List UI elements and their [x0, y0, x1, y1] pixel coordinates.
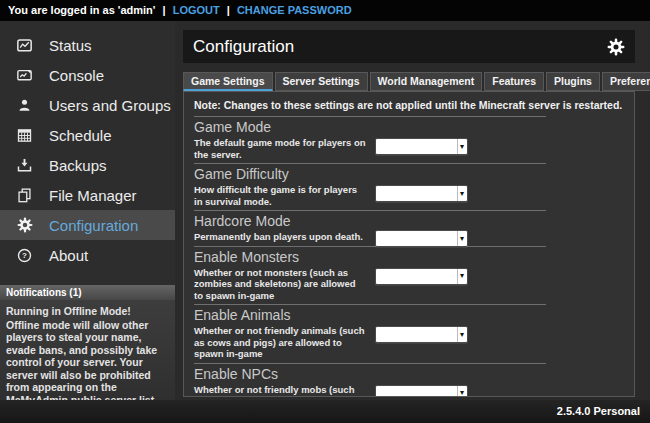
sidebar-item-label: Configuration: [49, 217, 138, 234]
dropdown-arrow-icon: ▾: [457, 186, 467, 201]
tab-server-settings[interactable]: Server Settings: [275, 72, 368, 91]
separator: |: [227, 4, 230, 16]
logout-link[interactable]: LOGOUT: [173, 4, 220, 16]
setting-description: Whether or not monsters (such as zombies…: [194, 267, 366, 302]
tab-world-management[interactable]: World Management: [370, 72, 483, 91]
sidebar-item-label: Schedule: [49, 127, 112, 144]
game-mode-select[interactable]: ▾: [375, 138, 468, 155]
setting-description: Whether or not friendly animals (such as…: [194, 325, 366, 360]
sidebar-menu: Status Console Users and Groups Schedule: [0, 30, 175, 270]
notification-title: Running in Offline Mode!: [6, 305, 169, 318]
enable-monsters-select[interactable]: ▾: [375, 268, 468, 285]
tab-game-settings[interactable]: Game Settings: [183, 72, 273, 91]
logged-in-text: You are logged in as 'admin': [8, 4, 155, 16]
setting-row-enable-monsters: Enable Monsters Whether or not monsters …: [194, 247, 624, 305]
tab-features[interactable]: Features: [484, 72, 544, 91]
enable-npcs-select[interactable]: ▾: [375, 385, 468, 398]
setting-title: Enable NPCs: [194, 366, 624, 382]
setting-row-game-difficulty: Game Difficulty How difficult the game i…: [194, 164, 624, 210]
sidebar-item-label: Backups: [49, 157, 107, 174]
page-header: Configuration: [183, 30, 635, 63]
download-tray-icon: [15, 157, 34, 174]
setting-title: Enable Monsters: [194, 249, 624, 265]
setting-description: Permanently ban players upon death.: [194, 231, 366, 243]
console-icon: [15, 67, 34, 84]
status-chart-icon: [15, 37, 34, 54]
notifications-header: Notifications (1): [0, 285, 175, 300]
main-area: Configuration Game Settings Server Setti…: [175, 21, 650, 400]
setting-title: Game Mode: [194, 119, 624, 135]
enable-animals-select[interactable]: ▾: [375, 326, 468, 343]
sidebar-item-label: Status: [49, 37, 92, 54]
dropdown-arrow-icon: ▾: [457, 269, 467, 284]
separator: |: [163, 4, 166, 16]
setting-title: Enable Animals: [194, 307, 624, 323]
dropdown-arrow-icon: ▾: [457, 231, 467, 246]
sidebar-item-configuration[interactable]: Configuration: [0, 210, 175, 240]
calendar-grid-icon: [15, 127, 34, 144]
svg-text:?: ?: [22, 251, 27, 260]
page-title: Configuration: [193, 37, 607, 57]
dropdown-arrow-icon: ▾: [457, 139, 467, 154]
tab-bar: Game Settings Server Settings World Mana…: [183, 72, 650, 91]
user-icon: [15, 97, 34, 114]
sidebar: Status Console Users and Groups Schedule: [0, 21, 175, 400]
setting-title: Hardcore Mode: [194, 213, 624, 229]
tab-plugins[interactable]: Plugins: [546, 72, 600, 91]
footer: 2.5.4.0 Personal: [0, 400, 650, 423]
game-difficulty-select[interactable]: ▾: [375, 185, 468, 202]
sidebar-item-console[interactable]: Console: [0, 60, 175, 90]
documents-icon: [15, 187, 34, 204]
top-bar: You are logged in as 'admin' | LOGOUT | …: [0, 0, 650, 21]
sidebar-item-backups[interactable]: Backups: [0, 150, 175, 180]
restart-note: Note: Changes to these settings are not …: [194, 96, 624, 116]
question-circle-icon: ?: [15, 247, 34, 264]
gear-icon: [607, 38, 625, 56]
setting-row-game-mode: Game Mode The default game mode for play…: [194, 117, 624, 163]
sidebar-item-status[interactable]: Status: [0, 30, 175, 60]
setting-row-hardcore-mode: Hardcore Mode Permanently ban players up…: [194, 211, 624, 246]
notifications-panel: Running in Offline Mode! Offline mode wi…: [0, 300, 175, 400]
setting-description: How difficult the game is for players in…: [194, 184, 366, 207]
setting-row-enable-npcs: Enable NPCs Whether or not friendly mobs…: [194, 364, 624, 398]
sidebar-item-schedule[interactable]: Schedule: [0, 120, 175, 150]
dropdown-arrow-icon: ▾: [457, 327, 467, 342]
sidebar-item-label: File Manager: [49, 187, 137, 204]
gear-icon: [15, 217, 34, 234]
setting-row-enable-animals: Enable Animals Whether or not friendly a…: [194, 305, 624, 363]
dropdown-arrow-icon: ▾: [457, 386, 467, 398]
setting-description: Whether or not friendly mobs (such as vi…: [194, 384, 366, 398]
setting-title: Game Difficulty: [194, 166, 624, 182]
settings-panel: Note: Changes to these settings are not …: [183, 91, 635, 397]
sidebar-item-about[interactable]: ? About: [0, 240, 175, 270]
change-password-link[interactable]: CHANGE PASSWORD: [237, 4, 352, 16]
setting-description: The default game mode for players on the…: [194, 137, 366, 160]
sidebar-item-label: Users and Groups: [49, 97, 171, 114]
sidebar-item-users-and-groups[interactable]: Users and Groups: [0, 90, 175, 120]
hardcore-mode-select[interactable]: ▾: [375, 230, 468, 247]
version-label: 2.5.4.0 Personal: [557, 405, 640, 417]
sidebar-item-label: Console: [49, 67, 104, 84]
sidebar-item-label: About: [49, 247, 88, 264]
tab-preferences[interactable]: Preferences: [602, 72, 650, 91]
sidebar-item-file-manager[interactable]: File Manager: [0, 180, 175, 210]
